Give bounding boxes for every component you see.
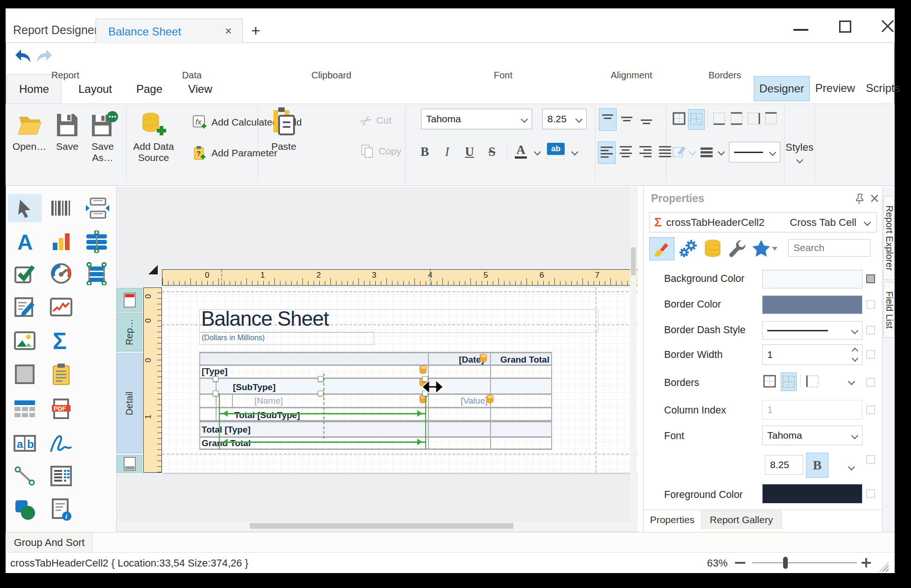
prop-foreground-color-swatch[interactable] (762, 484, 862, 504)
tool-gauge[interactable] (44, 259, 78, 287)
add-data-source-icon[interactable] (140, 111, 167, 138)
align-right-button[interactable] (637, 141, 654, 163)
save-icon[interactable] (55, 112, 79, 138)
crosstab-row-name[interactable]: [Name] (254, 396, 283, 406)
border-top-button[interactable] (763, 109, 779, 129)
cut-button[interactable]: ✂ Cut (360, 112, 392, 129)
crosstab-total-subtype[interactable]: Total [SubType] (234, 410, 300, 420)
prop-modified-marker[interactable] (866, 300, 875, 309)
design-surface[interactable]: 0 1 2 3 4 5 6 7 0 0 0 1 Rep… Detail B (117, 187, 638, 532)
font-color-button[interactable]: A (512, 141, 530, 161)
canvas-vscrollbar[interactable] (630, 187, 637, 521)
scrollbar-thumb[interactable] (631, 247, 636, 275)
bottom-tab-report-gallery[interactable]: Report Gallery (701, 510, 782, 529)
tool-pointer[interactable] (8, 194, 42, 222)
paste-button[interactable]: Paste (267, 141, 301, 152)
save-button[interactable]: Save (51, 141, 83, 152)
prop-modified-marker[interactable] (866, 406, 875, 414)
prop-font-family-combo[interactable]: Tahoma (762, 426, 862, 445)
object-selector-combo[interactable]: Σ crossTabHeaderCell2 Cross Tab Cell (649, 212, 877, 232)
tool-checkbox[interactable] (8, 259, 42, 287)
props-tab-data[interactable] (701, 237, 724, 259)
styles-button[interactable]: Styles (786, 108, 813, 167)
tool-label[interactable]: A (8, 228, 42, 256)
tool-picture[interactable] (8, 327, 42, 355)
tool-shapes[interactable] (8, 496, 42, 524)
crosstab-row-type[interactable]: [Type] (202, 366, 228, 377)
bottom-tab-properties[interactable]: Properties (644, 510, 701, 529)
align-top-button[interactable] (599, 108, 617, 131)
paste-icon[interactable] (271, 106, 297, 136)
crosstab-row-value[interactable]: [Value] (461, 396, 488, 406)
tool-barcode[interactable] (44, 194, 78, 222)
chevron-down-icon[interactable] (848, 378, 855, 385)
search-input[interactable] (788, 239, 870, 257)
italic-button[interactable]: I (438, 142, 456, 161)
font-size-combo[interactable]: 8.25 (542, 109, 587, 129)
close-tab-icon[interactable]: × (225, 24, 232, 38)
prop-font-size-field[interactable]: 8.25 (765, 455, 803, 475)
prop-modified-marker[interactable] (866, 350, 875, 359)
subtitle-label-control[interactable]: (Dollars in Millions) (199, 332, 374, 345)
crosstab-row-subtype[interactable]: [SubType] (233, 382, 275, 392)
prop-modified-marker[interactable] (866, 489, 875, 498)
band-separator[interactable] (162, 454, 638, 455)
align-middle-button[interactable] (618, 108, 635, 130)
zoom-in-icon[interactable] (861, 557, 872, 568)
props-tab-layout[interactable] (726, 237, 749, 259)
props-tab-appearance[interactable] (649, 237, 674, 260)
tool-cross-band[interactable] (80, 194, 114, 222)
tool-panel[interactable] (8, 360, 42, 388)
close-window-icon[interactable] (880, 19, 895, 34)
tool-data-table[interactable] (8, 395, 42, 423)
redo-icon[interactable] (36, 49, 53, 64)
border-all-button[interactable] (671, 109, 687, 129)
selection-handle[interactable] (213, 376, 218, 382)
band-bottom-margin-icon-box[interactable] (117, 455, 142, 473)
prop-modified-marker[interactable] (866, 455, 875, 464)
border-bottom-button[interactable] (711, 109, 727, 129)
border-none-button[interactable] (688, 109, 705, 130)
align-center-button[interactable] (617, 141, 634, 163)
prop-background-color-swatch[interactable] (762, 270, 862, 288)
tool-character-comb[interactable]: ab (8, 429, 42, 457)
undo-icon[interactable] (14, 49, 31, 64)
group-and-sort-tab[interactable]: Group And Sort (6, 532, 93, 553)
add-data-source-button[interactable]: Add Data Source (133, 141, 175, 163)
save-as-button[interactable]: Save As… (87, 141, 119, 163)
prop-modified-marker[interactable] (866, 274, 875, 283)
align-bottom-button[interactable] (638, 108, 655, 130)
side-tab-report-explorer[interactable]: Report Explorer (883, 196, 895, 280)
border-width-button[interactable] (699, 144, 715, 161)
prop-border-width-spinner[interactable]: 1 (762, 344, 862, 365)
tool-rich-text[interactable] (8, 293, 42, 321)
prop-border-color-swatch[interactable] (762, 295, 862, 314)
prop-border-dash-style-combo[interactable] (762, 321, 862, 340)
minimize-icon[interactable] (793, 29, 808, 31)
add-parameter-button[interactable]: ? Add Parameter (192, 145, 277, 161)
highlight-button[interactable]: ab (547, 143, 566, 161)
tool-pivot-grid[interactable] (80, 228, 114, 256)
crosstab-header-row[interactable] (199, 353, 552, 364)
zoom-out-icon[interactable] (735, 562, 745, 564)
mode-scripts[interactable]: Scripts (862, 76, 904, 100)
crosstab-header-grand-total[interactable]: Grand Total (500, 355, 549, 365)
side-tab-field-list[interactable]: Field List (883, 282, 895, 338)
font-family-combo[interactable]: Tahoma (421, 109, 532, 129)
band-report-header[interactable]: Rep… (117, 313, 142, 351)
border-top-bottom-button[interactable] (729, 109, 744, 129)
bold-button[interactable]: B (415, 142, 434, 161)
tool-pdf-content[interactable]: PDF (44, 395, 78, 423)
crosstab-total-type[interactable]: Total [Type] (202, 425, 251, 435)
spinner-buttons[interactable] (853, 349, 857, 361)
prop-font-bold-button[interactable]: B (806, 453, 828, 478)
band-detail[interactable]: Detail (117, 353, 142, 453)
zoom-slider-thumb[interactable] (783, 557, 788, 569)
tool-table-of-contents[interactable] (44, 462, 78, 490)
tool-sparkline[interactable] (44, 293, 78, 321)
spinner-up-icon[interactable] (852, 348, 858, 354)
tool-chart[interactable] (44, 228, 78, 256)
pin-icon[interactable] (854, 193, 865, 204)
zoom-slider-track[interactable] (752, 562, 857, 563)
chevron-down-icon[interactable] (848, 463, 855, 471)
